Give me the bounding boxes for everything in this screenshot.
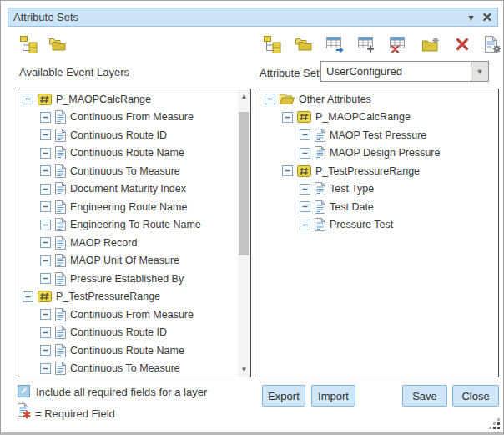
tree-item-label: Continuous Route Name [70,345,184,357]
include-required-fields-checkbox[interactable]: ✓ [18,385,30,397]
collapse-toggle-icon[interactable] [40,220,51,230]
collapse-toggle-icon[interactable] [40,184,51,195]
tree-item[interactable]: Other Attributes [260,90,498,109]
tree-item-label: MAOP Test Pressure [330,129,426,141]
tree-item[interactable]: Continuous To Measure [18,360,238,378]
close-button[interactable]: Close [452,385,499,407]
collapse-toggle-icon[interactable] [40,129,51,140]
field-icon [55,146,66,159]
new-folder-icon[interactable] [421,34,441,54]
tree-item-label: P_TestPressureRange [56,291,160,302]
tree-item[interactable]: P_MAOPCalcRange [18,90,238,109]
expand-attributes-tree-icon[interactable] [262,34,282,54]
expand-layers-tree-icon[interactable] [18,34,38,54]
combobox-dropdown-button[interactable]: ▼ [471,62,488,81]
field-icon [55,164,66,178]
tree-item[interactable]: Continuous Route Name [18,341,238,360]
close-icon[interactable]: ✕ [481,11,492,23]
tree-item[interactable]: MAOP Test Pressure [260,126,498,144]
collapse-toggle-icon[interactable] [300,184,310,195]
tree-item-label: Engineering To Route Name [70,219,201,230]
tree-item[interactable]: P_TestPressureRange [260,162,498,180]
collapse-toggle-icon[interactable] [300,201,310,212]
import-button[interactable]: Import [311,385,355,407]
scroll-down-icon[interactable]: ▼ [238,363,250,376]
tree-item[interactable]: Continuous Route ID [18,324,238,342]
field-icon [55,272,66,286]
tree-item[interactable]: Continuous Route Name [18,144,238,163]
attribute-set-tree: Other AttributesP_MAOPCalcRangeMAOP Test… [260,90,498,377]
tree-item[interactable]: Engineering Route Name [18,198,238,216]
tree-item[interactable]: P_TestPressureRange [18,288,238,306]
tree-item-label: P_MAOPCalcRange [56,94,151,105]
collapse-toggle-icon[interactable] [300,220,310,230]
export-button[interactable]: Export [262,385,305,407]
tree-item[interactable]: Continuous From Measure [18,306,238,324]
tree-item[interactable]: Continuous From Measure [18,109,238,127]
open-folders-icon[interactable] [294,34,314,54]
collapse-toggle-icon[interactable] [300,129,310,140]
collapse-toggle-icon[interactable] [40,255,51,266]
include-required-fields-label: Include all required fields for a layer [36,386,207,398]
attribute-set-combobox[interactable]: UserConfigured ▼ [320,61,489,82]
tree-item-label: Document Maturity Index [70,183,186,195]
collapse-toggle-icon[interactable] [40,148,51,159]
tree-item[interactable]: Test Type [260,180,498,199]
tree-item[interactable]: Pressure Established By [18,270,238,288]
table-export-icon[interactable] [325,34,345,54]
collapse-toggle-icon[interactable] [40,201,51,212]
collapse-toggle-icon[interactable] [23,291,33,302]
collapse-toggle-icon[interactable] [282,112,293,123]
tree-item-label: MAOP Unit Of Measure [70,255,179,266]
tree-item[interactable]: Continuous To Measure [18,162,238,180]
required-field-legend: = Required Field [35,407,115,420]
titlebar[interactable]: Attribute Sets ▾ ✕ [8,8,498,27]
tree-item[interactable]: Engineering To Route Name [18,216,238,235]
field-icon [55,129,66,142]
scrollbar-thumb[interactable] [239,112,249,255]
tree-item-label: Continuous To Measure [70,165,180,177]
tree-item-label: P_TestPressureRange [315,165,420,177]
tree-item-label: Continuous Route Name [70,147,184,159]
tree-item[interactable]: MAOP Design Pressure [260,144,498,163]
collapse-toggle-icon[interactable] [40,309,51,320]
tree-item[interactable]: Document Maturity Index [18,180,238,199]
collapse-toggle-icon[interactable] [300,148,310,159]
collapse-toggle-icon[interactable] [40,327,51,338]
open-folders-icon[interactable] [48,34,68,54]
table-remove-icon[interactable] [389,34,409,54]
tree-item[interactable]: MAOP Record [18,234,238,252]
resize-grip[interactable] [489,418,500,429]
field-icon [55,236,66,250]
tree-item-label: Continuous Route ID [70,129,167,141]
titlebar-menu-caret-icon[interactable]: ▾ [468,13,473,23]
collapse-toggle-icon[interactable] [40,363,51,374]
collapse-toggle-icon[interactable] [40,273,51,284]
tree-item-label: Test Date [330,201,374,213]
tree-item[interactable]: Test Date [260,198,498,216]
tree-item[interactable]: MAOP Unit Of Measure [18,252,238,271]
save-button[interactable]: Save [402,385,447,407]
tree-item[interactable]: Pressure Test [260,216,498,235]
tree-item[interactable]: P_MAOPCalcRange [260,109,498,127]
collapse-toggle-icon[interactable] [282,165,293,176]
collapse-toggle-icon[interactable] [40,112,51,123]
attribute-sets-dialog: Attribute Sets ▾ ✕ [0,0,504,435]
delete-icon[interactable] [452,34,472,54]
field-icon [315,146,325,159]
attribute-set-label: Attribute Set: [260,67,322,79]
document-settings-icon[interactable] [482,34,502,54]
field-icon [315,129,325,142]
table-add-icon[interactable] [357,34,377,54]
field-icon [55,200,66,214]
tree-item[interactable]: Continuous Route ID [18,126,238,144]
collapse-toggle-icon[interactable] [23,94,33,104]
folder-icon [280,94,295,104]
vertical-scrollbar[interactable]: ▲ ▼ [238,89,250,377]
collapse-toggle-icon[interactable] [40,165,51,176]
collapse-toggle-icon[interactable] [40,237,51,248]
collapse-toggle-icon[interactable] [265,94,275,104]
collapse-toggle-icon[interactable] [40,345,51,356]
scroll-up-icon[interactable]: ▲ [238,90,250,103]
field-icon [55,254,66,267]
